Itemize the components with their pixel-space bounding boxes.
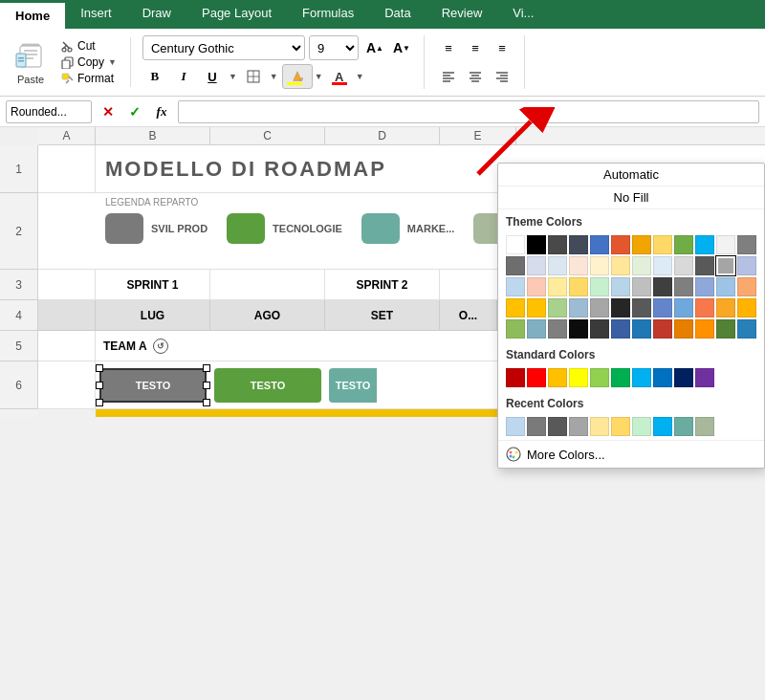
theme-color[interactable] — [548, 277, 567, 296]
theme-color[interactable] — [590, 256, 609, 275]
theme-color[interactable] — [611, 235, 630, 254]
recent-color[interactable] — [548, 417, 567, 436]
recent-color[interactable] — [527, 417, 546, 436]
theme-color[interactable] — [569, 235, 588, 254]
theme-color[interactable] — [737, 298, 756, 317]
theme-color[interactable] — [611, 319, 630, 339]
cell-a6[interactable] — [38, 361, 96, 408]
italic-button[interactable]: I — [171, 64, 196, 89]
theme-color[interactable] — [674, 319, 693, 339]
recent-color[interactable] — [632, 417, 651, 436]
borders-button[interactable] — [241, 64, 266, 89]
handle-tr[interactable] — [203, 364, 210, 372]
theme-color[interactable] — [674, 235, 693, 254]
theme-color[interactable] — [611, 256, 630, 275]
sprint1-cell[interactable]: SPRINT 1 — [96, 270, 210, 299]
theme-color[interactable] — [611, 277, 630, 296]
theme-color[interactable] — [716, 256, 735, 275]
recent-color[interactable] — [674, 417, 693, 436]
cell-a4[interactable] — [38, 300, 96, 330]
align-top-button[interactable]: ≡ — [436, 35, 461, 60]
grow-font-button[interactable]: A▲ — [362, 35, 387, 60]
bold-button[interactable]: B — [142, 64, 167, 89]
tab-page-layout[interactable]: Page Layout — [186, 0, 287, 29]
theme-color[interactable] — [737, 277, 756, 296]
handle-ml[interactable] — [96, 382, 103, 389]
handle-br[interactable] — [203, 399, 210, 406]
standard-color[interactable] — [590, 368, 609, 387]
theme-color[interactable] — [527, 319, 546, 339]
copy-button[interactable]: Copy ▼ — [57, 55, 120, 70]
theme-color[interactable] — [506, 256, 525, 275]
theme-color[interactable] — [695, 256, 714, 275]
theme-color[interactable] — [695, 298, 714, 317]
align-bottom-button[interactable]: ≡ — [490, 35, 514, 60]
automatic-color-option[interactable]: Automatic — [498, 164, 764, 186]
fill-color-button[interactable] — [282, 64, 313, 89]
handle-mr[interactable] — [203, 382, 210, 389]
font-name-select[interactable]: Century Gothic — [142, 35, 305, 60]
standard-color[interactable] — [695, 368, 714, 387]
sprint2-cell[interactable]: SPRINT 2 — [325, 270, 440, 299]
tab-formulas[interactable]: Formulas — [287, 0, 369, 29]
theme-color[interactable] — [695, 319, 714, 339]
month-set[interactable]: SET — [325, 300, 440, 330]
standard-color[interactable] — [506, 368, 525, 387]
theme-color[interactable] — [653, 277, 672, 296]
standard-color[interactable] — [569, 368, 588, 387]
cancel-formula-button[interactable]: ✕ — [96, 99, 120, 124]
name-box[interactable]: Rounded... — [6, 100, 92, 123]
theme-color[interactable] — [632, 298, 651, 317]
formula-input[interactable] — [178, 100, 759, 123]
theme-color[interactable] — [632, 235, 651, 254]
theme-color[interactable] — [527, 277, 546, 296]
theme-color[interactable] — [695, 277, 714, 296]
theme-color[interactable] — [737, 235, 756, 254]
theme-color[interactable] — [674, 277, 693, 296]
theme-color[interactable] — [506, 319, 525, 339]
standard-color[interactable] — [653, 368, 672, 387]
theme-color[interactable] — [590, 319, 609, 339]
theme-color[interactable] — [737, 256, 756, 275]
standard-color[interactable] — [674, 368, 693, 387]
more-colors-button[interactable]: More Colors... — [498, 440, 764, 468]
task-box-2[interactable]: TESTO — [214, 368, 321, 403]
recent-color[interactable] — [653, 417, 672, 436]
theme-color[interactable] — [716, 319, 735, 339]
align-left-button[interactable] — [436, 64, 461, 89]
theme-color[interactable] — [590, 298, 609, 317]
theme-color[interactable] — [527, 235, 546, 254]
team-a-cell[interactable]: TEAM A ↺ — [96, 339, 176, 354]
theme-color[interactable] — [674, 298, 693, 317]
theme-color[interactable] — [716, 235, 735, 254]
tab-review[interactable]: Review — [426, 0, 498, 29]
confirm-formula-button[interactable]: ✓ — [122, 99, 147, 124]
underline-button[interactable]: U — [200, 64, 225, 89]
recent-color[interactable] — [611, 417, 630, 436]
recent-color[interactable] — [569, 417, 588, 436]
format-painter-button[interactable]: Format — [57, 71, 120, 86]
theme-color[interactable] — [632, 319, 651, 339]
handle-bl[interactable] — [96, 399, 103, 406]
theme-color[interactable] — [590, 277, 609, 296]
theme-color[interactable] — [569, 256, 588, 275]
no-fill-option[interactable]: No Fill — [498, 186, 764, 209]
theme-color[interactable] — [506, 277, 525, 296]
theme-color[interactable] — [653, 298, 672, 317]
insert-function-button[interactable]: fx — [149, 99, 174, 124]
handle-tl[interactable] — [96, 364, 103, 372]
theme-color[interactable] — [695, 235, 714, 254]
theme-color[interactable] — [632, 256, 651, 275]
theme-color[interactable] — [653, 235, 672, 254]
theme-color[interactable] — [653, 256, 672, 275]
recent-color[interactable] — [506, 417, 525, 436]
theme-color[interactable] — [527, 256, 546, 275]
standard-color[interactable] — [632, 368, 651, 387]
theme-color[interactable] — [611, 298, 630, 317]
theme-color[interactable] — [548, 235, 567, 254]
theme-color[interactable] — [716, 298, 735, 317]
task-box-1[interactable]: TESTO — [99, 368, 207, 403]
recent-color[interactable] — [695, 417, 714, 436]
theme-color[interactable] — [632, 277, 651, 296]
paste-button[interactable]: Paste — [8, 37, 54, 87]
